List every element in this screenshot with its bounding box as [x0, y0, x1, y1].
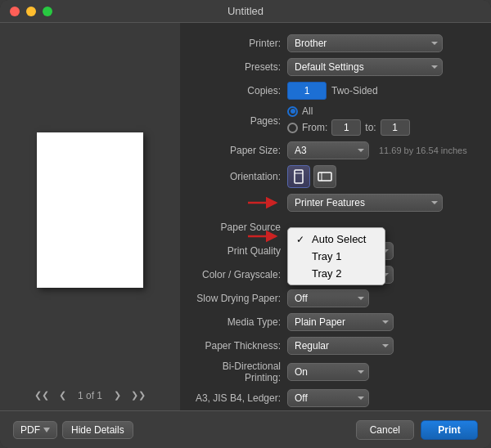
a3-select[interactable]: Off [287, 389, 369, 407]
media-type-label: Media Type: [193, 316, 287, 328]
last-page-button[interactable]: ❯❯ [128, 388, 149, 402]
from-label: From: [302, 122, 327, 133]
color-label: Color / Grayscale: [193, 269, 287, 280]
title-bar: Untitled [0, 0, 491, 23]
slow-drying-select[interactable]: Off [287, 289, 369, 307]
pages-label: Pages: [193, 115, 287, 127]
red-arrow-1 [248, 195, 281, 211]
presets-select-wrapper: Default Settings [287, 58, 443, 76]
bidirectional-row: Bi-Directional Printing: On [193, 361, 478, 383]
printer-select[interactable]: Brother [287, 34, 443, 52]
printer-row: Printer: Brother [193, 34, 478, 52]
pages-radio-group: All From: to: [287, 105, 410, 136]
pages-range-radio[interactable] [287, 123, 298, 133]
paper-thickness-label: Paper Thickness: [193, 340, 287, 352]
paper-thickness-select[interactable]: Regular [287, 337, 394, 355]
landscape-button[interactable] [313, 165, 336, 188]
a3-select-wrapper: Off [287, 389, 369, 407]
dropdown-item-tray1[interactable]: Tray 1 [288, 248, 385, 265]
hide-details-button[interactable]: Hide Details [62, 421, 133, 439]
page-indicator: 1 of 1 [73, 390, 107, 401]
pages-range-row: From: to: [287, 119, 410, 136]
paper-size-control: A3 11.69 by 16.54 inches [287, 141, 478, 159]
orientation-control [287, 165, 478, 188]
pages-all-row: All [287, 105, 410, 117]
to-input[interactable] [381, 119, 410, 136]
section-select-wrapper: Printer Features [287, 194, 443, 212]
copies-row: Copies: 1 Two-Sided [193, 82, 478, 100]
portrait-button[interactable] [287, 165, 310, 188]
paper-source-dropdown: ✓ Auto Select Tray 1 Tray 2 [287, 227, 385, 285]
presets-label: Presets: [193, 61, 287, 73]
presets-row: Presets: Default Settings [193, 58, 478, 76]
section-select[interactable]: Printer Features [287, 194, 443, 212]
pages-row: Pages: All From: to: [193, 105, 478, 136]
cancel-label: Cancel [370, 424, 400, 436]
a3-row: A3, JIS B4, Ledger: Off [193, 389, 478, 407]
tray1-label: Tray 1 [312, 250, 341, 262]
dropdown-item-tray2[interactable]: Tray 2 [288, 265, 385, 282]
main-content: ❮❮ ❮ 1 of 1 ❯ ❯❯ Printer: Brother Preset [0, 23, 491, 410]
pages-control: All From: to: [287, 105, 478, 136]
tray2-label: Tray 2 [312, 267, 341, 280]
presets-select[interactable]: Default Settings [287, 58, 443, 76]
paper-size-select[interactable]: A3 [287, 141, 369, 159]
orientation-buttons [287, 165, 336, 188]
svg-rect-2 [318, 172, 331, 181]
preview-nav: ❮❮ ❮ 1 of 1 ❯ ❯❯ [31, 388, 149, 402]
preview-area [12, 39, 168, 380]
pages-all-label: All [302, 105, 313, 117]
to-label: to: [365, 122, 376, 133]
print-label: Print [438, 424, 460, 436]
minimize-button[interactable] [26, 7, 36, 16]
print-dialog: Untitled ❮❮ ❮ 1 of 1 ❯ ❯❯ Printer: [0, 0, 491, 448]
paper-size-label: Paper Size: [193, 145, 287, 156]
preview-panel: ❮❮ ❮ 1 of 1 ❯ ❯❯ [0, 23, 180, 410]
bottom-left: PDF Hide Details [13, 421, 133, 439]
bidirectional-select[interactable]: On [287, 363, 369, 381]
next-page-button[interactable]: ❯ [110, 388, 124, 402]
print-button[interactable]: Print [421, 420, 478, 440]
page-preview [37, 132, 143, 288]
slow-drying-row: Slow Drying Paper: Off [193, 289, 478, 307]
bidirectional-control: On [287, 363, 478, 381]
landscape-icon [318, 171, 332, 182]
pdf-button[interactable]: PDF [13, 421, 57, 439]
red-arrow-2 [248, 228, 281, 244]
svg-marker-8 [43, 428, 50, 432]
portrait-icon [293, 169, 304, 184]
bidirectional-label: Bi-Directional Printing: [193, 361, 287, 383]
printer-control: Brother [287, 34, 478, 52]
paper-thickness-control: Regular [287, 337, 478, 355]
a3-control: Off [287, 389, 478, 407]
pages-from-to: From: to: [302, 119, 410, 136]
copies-input[interactable]: 1 [287, 82, 327, 100]
a3-label: A3, JIS B4, Ledger: [193, 392, 287, 404]
pdf-chevron-icon [43, 427, 50, 433]
copies-control: 1 Two-Sided [287, 82, 478, 100]
settings-panel: Printer: Brother Presets: Default Settin… [180, 23, 491, 410]
pdf-label: PDF [20, 424, 40, 436]
close-button[interactable] [10, 7, 20, 16]
traffic-lights [10, 7, 52, 16]
paper-size-row: Paper Size: A3 11.69 by 16.54 inches [193, 141, 478, 159]
media-type-row: Media Type: Plain Paper [193, 313, 478, 331]
cancel-button[interactable]: Cancel [356, 420, 414, 440]
dropdown-item-auto-select[interactable]: ✓ Auto Select [288, 231, 385, 248]
paper-source-row: Paper Source [193, 218, 478, 236]
from-input[interactable] [331, 119, 361, 136]
slow-drying-label: Slow Drying Paper: [193, 293, 287, 304]
prev-page-button[interactable]: ❮ [56, 388, 70, 402]
media-type-select[interactable]: Plain Paper [287, 313, 394, 331]
maximize-button[interactable] [43, 7, 52, 16]
media-type-select-wrapper: Plain Paper [287, 313, 394, 331]
print-quality-label: Print Quality [193, 245, 287, 257]
bidirectional-select-wrapper: On [287, 363, 369, 381]
pages-all-radio[interactable] [287, 106, 298, 117]
slow-drying-select-wrapper: Off [287, 289, 369, 307]
orientation-label: Orientation: [193, 171, 287, 182]
bottom-bar: PDF Hide Details Cancel Print [0, 410, 491, 448]
first-page-button[interactable]: ❮❮ [31, 388, 52, 402]
section-control: Printer Features [287, 194, 478, 212]
paper-size-select-wrapper: A3 [287, 141, 369, 159]
